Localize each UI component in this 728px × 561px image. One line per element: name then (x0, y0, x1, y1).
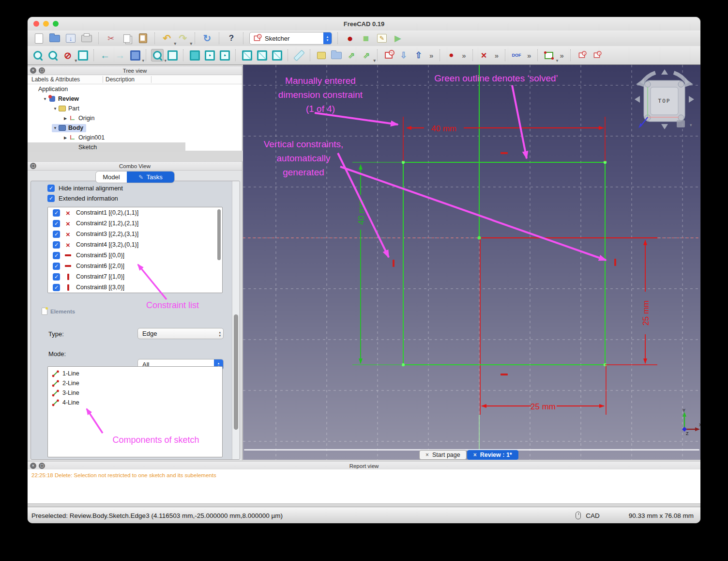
view-front-icon[interactable] (188, 49, 201, 62)
toolbar-overflow-icon[interactable]: » (460, 51, 468, 60)
redo-icon[interactable]: ↷▾ (177, 32, 189, 45)
toggle-construction-icon[interactable]: ● (445, 49, 457, 62)
tree-expander-icon[interactable]: ▼ (52, 126, 59, 130)
dof-constraint-icon[interactable]: DOF (510, 49, 523, 62)
make-link-icon[interactable]: ⇗ (345, 49, 358, 62)
toolbar-overflow-icon[interactable]: » (525, 51, 533, 60)
window-titlebar[interactable]: FreeCAD 0.19 (28, 17, 700, 31)
checkbox-checked[interactable]: ✓ (53, 209, 60, 217)
macro-stop-icon[interactable]: ■ (360, 32, 372, 45)
checkbox-checked[interactable]: ✓ (47, 185, 55, 192)
tree-item-origin[interactable]: ▶Origin (28, 113, 242, 123)
checkbox-checked[interactable]: ✓ (47, 195, 55, 202)
checkbox-checked[interactable]: ✓ (53, 273, 60, 280)
constraint-row[interactable]: ✓×Constraint2 [(1,2),(2,1)] (48, 218, 222, 229)
macro-play-icon[interactable]: ▶ (392, 32, 404, 45)
vertical-constraint-marker[interactable] (393, 260, 394, 267)
tree-item-application[interactable]: Application (28, 84, 242, 94)
sketch-validate-icon[interactable]: ▾ (543, 49, 555, 62)
tree-expander-icon[interactable]: ▶ (62, 136, 69, 140)
element-row[interactable]: 4-Line (48, 398, 222, 407)
navcube-mini-cube[interactable] (677, 120, 685, 127)
close-tab-icon[interactable]: × (473, 452, 477, 458)
macro-edit-icon[interactable] (376, 32, 388, 45)
toolbar-overflow-icon[interactable]: » (493, 51, 500, 60)
cut-icon[interactable]: ✂ (105, 32, 117, 45)
macro-record-icon[interactable]: ● (344, 32, 356, 45)
tab-model[interactable]: Model (96, 171, 127, 183)
float-panel-icon[interactable]: ◻ (30, 163, 36, 169)
close-tab-icon[interactable]: × (425, 452, 429, 458)
checkbox-checked[interactable]: ✓ (53, 241, 60, 249)
float-panel-icon[interactable]: ◻ (39, 463, 45, 469)
dim-right-label[interactable]: 25 mm (641, 300, 651, 326)
view-right-icon[interactable] (218, 49, 231, 62)
draw-style-icon[interactable]: ⊘▾ (61, 49, 74, 62)
checkbox-checked[interactable]: ✓ (53, 252, 60, 259)
tilt-up-icon[interactable] (661, 69, 668, 75)
close-panel-icon[interactable]: × (30, 463, 36, 469)
checkbox-checked[interactable]: ✓ (53, 263, 60, 270)
sketch-map-icon[interactable] (591, 49, 603, 62)
tree-item-sketch[interactable]: Sketch (28, 142, 185, 152)
navcube-menu-caret[interactable]: ▾ (690, 123, 692, 127)
nav-forward-icon[interactable]: → (114, 49, 126, 62)
nav-back-icon[interactable]: ← (99, 49, 111, 62)
column-labels-attributes[interactable]: Labels & Attributes (28, 76, 103, 83)
constraint-row[interactable]: ✓Constraint6 [(2,0)] (48, 261, 222, 271)
tree-item-body[interactable]: ▼Body (28, 123, 242, 133)
import-file-icon[interactable]: ⇩ (397, 49, 410, 62)
vertical-constraint-marker[interactable] (614, 259, 616, 266)
whats-this-icon[interactable]: ? (225, 32, 238, 45)
view-rear-icon[interactable] (241, 49, 253, 62)
fit-all-icon[interactable] (31, 49, 44, 62)
view-isometric-icon[interactable]: ▾ (129, 49, 141, 62)
close-panel-icon[interactable]: × (30, 67, 36, 74)
report-log[interactable]: 22:25:18 Delete: Selection not restricte… (28, 469, 700, 504)
checkbox-checked[interactable]: ✓ (53, 284, 60, 291)
panel-scrollbar-track[interactable] (232, 181, 240, 459)
view-top-icon[interactable] (203, 49, 216, 62)
element-row[interactable]: 3-Line (48, 388, 222, 398)
bounding-box-icon[interactable] (76, 49, 89, 62)
tree-expander-icon[interactable]: ▶ (62, 116, 69, 121)
save-document-icon[interactable] (64, 32, 77, 45)
rotate-cw-icon[interactable] (689, 96, 694, 103)
tree-item-origin001[interactable]: ▶Origin001 (28, 133, 242, 142)
constraint-row[interactable]: ✓×Constraint4 [(3,2),(0,1)] (48, 239, 222, 250)
tilt-down-icon[interactable] (661, 124, 668, 129)
print-icon[interactable] (80, 32, 93, 45)
constraint-row[interactable]: ✓Constraint7 [(1,0)] (48, 271, 222, 282)
sketch-merge-icon[interactable] (576, 49, 588, 62)
tree-expander-icon[interactable]: ▼ (42, 97, 48, 101)
view-axonometric-icon[interactable] (166, 49, 179, 62)
type-dropdown[interactable]: Edge ▴▾ (137, 328, 224, 339)
column-description[interactable]: Description (103, 76, 152, 83)
export-file-icon[interactable]: ⇧ (412, 49, 425, 62)
dim-bottom-label[interactable]: 25 mm (531, 402, 556, 411)
element-row[interactable]: 2-Line (48, 378, 222, 388)
new-document-icon[interactable] (32, 32, 45, 45)
part-box-icon[interactable] (315, 49, 328, 62)
refresh-icon[interactable]: ↻ (201, 32, 213, 45)
constraint-row[interactable]: ✓Constraint8 [(3,0)] (48, 282, 222, 293)
constraint-list-scrollbar[interactable] (217, 209, 221, 260)
create-sketch-icon[interactable] (382, 49, 395, 62)
panel-scrollbar-thumb[interactable] (234, 314, 238, 430)
constraint-row[interactable]: ✓Constraint5 [(0,0)] (48, 250, 222, 261)
view-bottom-icon[interactable] (256, 49, 268, 62)
zoom-selection-icon[interactable] (46, 49, 59, 62)
tree-item-part[interactable]: ▼Part (28, 104, 242, 113)
tree-expander-icon[interactable]: ▼ (52, 107, 59, 111)
zoom-window-button[interactable] (53, 21, 59, 27)
rotate-ccw-icon[interactable] (635, 96, 640, 103)
navigation-mode[interactable]: CAD (586, 512, 600, 519)
measure-distance-icon[interactable] (293, 49, 305, 62)
checkbox-checked[interactable]: ✓ (53, 220, 60, 227)
element-row[interactable]: 1-Line (48, 369, 222, 378)
horizontal-constraint-marker[interactable] (500, 152, 508, 154)
dim-top-label[interactable]: 40 mm (431, 124, 456, 133)
tab-review-1-[interactable]: ×Review : 1* (467, 450, 518, 460)
toolbar-overflow-icon[interactable]: » (427, 51, 435, 60)
float-panel-icon[interactable]: ◻ (39, 67, 45, 74)
